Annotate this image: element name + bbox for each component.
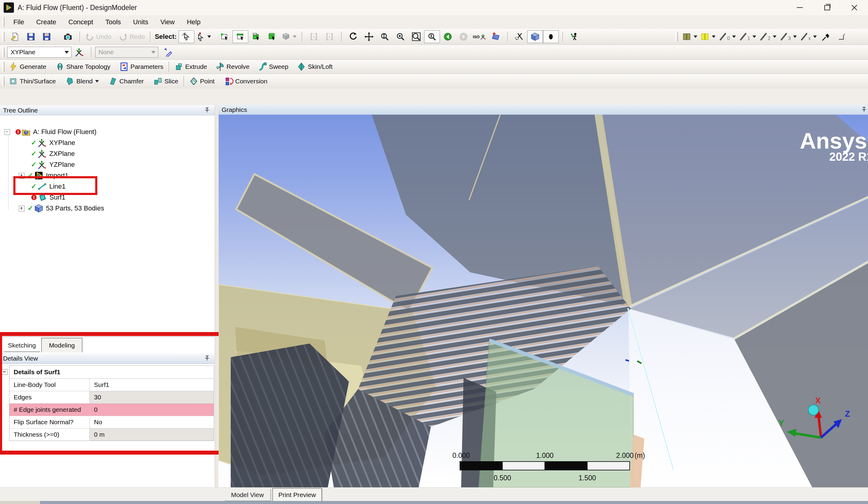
viewport-3d[interactable]: Ansys 2022 R1 0.000 1.000 2.000 (m) 0.50… <box>219 115 868 487</box>
edge-direction-button[interactable] <box>818 30 834 43</box>
plane-combobox[interactable]: XYPlane <box>7 47 72 58</box>
pin-icon[interactable] <box>861 106 867 113</box>
vertex-display-button[interactable] <box>834 30 850 43</box>
edge-display-0-dropdown[interactable]: 0 <box>717 30 737 43</box>
previous-view-button[interactable] <box>440 30 456 43</box>
revolve-button[interactable]: Revolve <box>214 60 251 73</box>
edge-display-x-dropdown[interactable]: x <box>798 30 818 43</box>
tab-print-preview[interactable]: Print Preview <box>272 488 322 502</box>
edge-display-1-dropdown[interactable]: 1 <box>737 30 758 43</box>
select-label: Select: <box>155 33 176 41</box>
save-button[interactable] <box>23 30 39 43</box>
tab-sketching[interactable]: Sketching <box>4 339 40 352</box>
slice-button[interactable]: Slice <box>152 75 180 88</box>
filter-edge-button[interactable] <box>232 30 248 43</box>
separator <box>341 32 342 42</box>
menu-units[interactable]: Units <box>127 18 154 26</box>
share-topology-button[interactable]: Share Topology <box>54 60 112 73</box>
extend-selection-button[interactable] <box>306 30 322 43</box>
tree-item-zxplane[interactable]: ✓ ZXPlane <box>0 148 215 159</box>
tree-item-surf1[interactable]: Surf1 <box>0 192 215 203</box>
toolbar-plane-sketch: XYPlane None <box>0 45 868 60</box>
point-button[interactable]: Point <box>188 75 216 88</box>
zoom-to-fit-button[interactable] <box>424 30 440 43</box>
sketch-status-button[interactable] <box>567 30 582 43</box>
menu-create[interactable]: Create <box>30 18 62 26</box>
filter-body-button[interactable] <box>264 30 280 43</box>
tab-modeling[interactable]: Modeling <box>41 338 82 352</box>
save-all-button[interactable] <box>39 30 54 43</box>
edge-display-2-dropdown[interactable]: 2 <box>758 30 778 43</box>
details-row-value[interactable]: 30 <box>90 391 214 403</box>
chevron-down-icon <box>293 35 297 38</box>
tree-item-import1[interactable]: ✓ Import1 <box>0 170 215 181</box>
sweep-button[interactable]: Sweep <box>257 60 290 73</box>
menu-help[interactable]: Help <box>181 18 206 26</box>
zoom-button[interactable] <box>377 30 393 43</box>
thin-surface-button[interactable]: Thin/Surface <box>7 75 57 88</box>
rotate-view-button[interactable] <box>345 30 361 43</box>
details-row-value[interactable]: 0 m <box>90 429 214 441</box>
details-collapse-icon[interactable] <box>2 369 8 375</box>
tree-item-yzplane[interactable]: ✓ YZPlane <box>0 159 215 170</box>
menu-concept[interactable]: Concept <box>62 18 100 26</box>
edge-display-3-dropdown[interactable]: 3 <box>778 30 798 43</box>
skin-loft-button[interactable]: Skin/Loft <box>295 60 334 73</box>
parameters-button[interactable]: Parameters <box>118 60 165 73</box>
expand-icon[interactable] <box>19 173 24 178</box>
undo-icon <box>85 32 94 41</box>
display-points-button[interactable] <box>543 30 559 43</box>
filter-face-button[interactable] <box>248 30 264 43</box>
panel-divider[interactable] <box>215 105 218 487</box>
image-capture-button[interactable] <box>60 30 76 43</box>
undo-button[interactable]: Undo <box>84 30 113 43</box>
select-mode-button[interactable] <box>178 30 194 43</box>
mode-tabs: Sketching Modeling <box>0 337 215 353</box>
tree-item-parts-bodies[interactable]: ✓ 53 Parts, 53 Bodies <box>0 203 215 214</box>
tree-item-root[interactable]: A: Fluid Flow (Fluent) <box>0 126 215 137</box>
details-row-value[interactable]: No <box>90 416 214 428</box>
tab-model-view[interactable]: Model View <box>224 489 271 502</box>
generate-button[interactable]: Generate <box>7 60 48 73</box>
menu-tools[interactable]: Tools <box>99 18 127 26</box>
box-zoom-button[interactable] <box>409 30 424 43</box>
next-view-button[interactable] <box>456 30 472 43</box>
new-document-button[interactable] <box>7 30 23 43</box>
tree-item-xyplane[interactable]: ✓ XYPlane <box>0 137 215 148</box>
pan-view-button[interactable] <box>361 30 377 43</box>
collapse-icon[interactable] <box>4 129 10 135</box>
isometric-view-button[interactable]: ISO <box>472 30 488 43</box>
chamfer-button[interactable]: Chamfer <box>107 75 145 88</box>
new-document-icon <box>11 32 20 41</box>
display-model-button[interactable] <box>527 30 543 43</box>
details-row-value[interactable]: 0 <box>90 404 214 416</box>
new-sketch-button[interactable] <box>161 46 176 59</box>
face-display-dropdown[interactable] <box>681 30 699 43</box>
zoom-in-button[interactable] <box>393 30 409 43</box>
menu-file[interactable]: File <box>7 18 30 26</box>
view-normal-button[interactable] <box>512 30 527 43</box>
select-mode-dropdown[interactable] <box>194 30 213 43</box>
highlight-display-dropdown[interactable] <box>699 30 717 43</box>
details-row-value[interactable]: Surf1 <box>90 379 214 391</box>
conversion-button[interactable]: Conversion <box>223 75 269 88</box>
menu-view[interactable]: View <box>154 18 181 26</box>
extend-limits-button[interactable] <box>322 30 338 43</box>
minimize-button[interactable] <box>786 0 814 15</box>
tree-item-line1[interactable]: ✓ Line1 <box>0 181 215 192</box>
redo-button[interactable]: Redo <box>117 30 146 43</box>
look-at-button[interactable] <box>488 30 504 43</box>
pin-icon[interactable] <box>204 107 210 114</box>
extrude-button[interactable]: Extrude <box>173 60 209 73</box>
close-button[interactable] <box>841 0 868 15</box>
restore-button[interactable] <box>814 0 841 15</box>
plane-axis-button[interactable] <box>72 46 87 59</box>
filter-vertex-button[interactable] <box>217 30 232 43</box>
sketch-combobox[interactable]: None <box>95 47 158 58</box>
expand-icon[interactable] <box>19 206 24 212</box>
adjacent-filter-dropdown[interactable] <box>280 30 298 43</box>
tab-modeling-label: Modeling <box>49 342 75 349</box>
blend-dropdown[interactable]: Blend <box>64 75 100 88</box>
check-icon: ✓ <box>31 139 37 147</box>
pin-icon[interactable] <box>204 355 210 362</box>
